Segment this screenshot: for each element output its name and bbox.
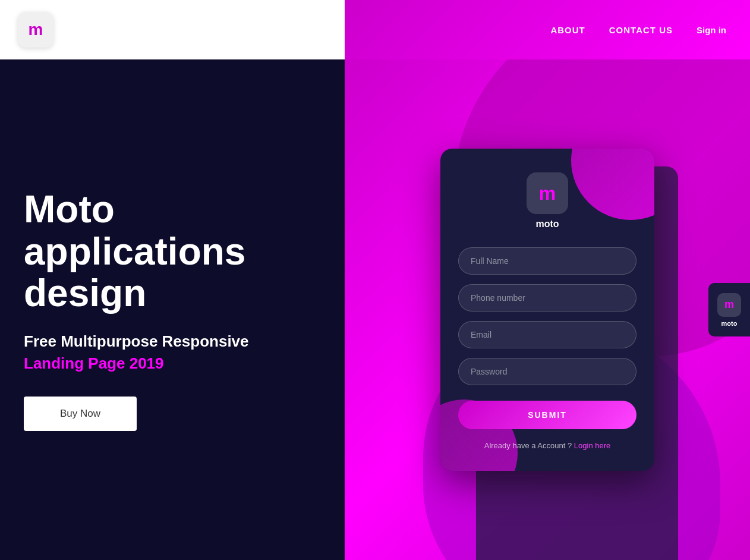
side-badge: m moto <box>708 283 750 336</box>
card-logo-area: m moto <box>458 172 636 229</box>
phone-input[interactable] <box>458 284 636 312</box>
main-content: Moto applications design Free Multipurpo… <box>0 59 750 560</box>
logo[interactable]: m <box>18 12 53 48</box>
password-input[interactable] <box>458 358 636 385</box>
hero-title-line1: Moto applications <box>24 188 245 272</box>
full-name-field <box>458 247 636 275</box>
logo-letter: m <box>29 20 43 39</box>
full-name-input[interactable] <box>458 247 636 275</box>
nav-signin[interactable]: Sign in <box>697 25 726 35</box>
side-badge-letter: m <box>724 298 734 311</box>
password-field <box>458 358 636 385</box>
header-left: m <box>0 0 345 59</box>
email-field <box>458 321 636 348</box>
header-right: ABOUT CONTACT US Sign in <box>345 0 750 59</box>
card-logo-text: moto <box>535 219 559 229</box>
hero-title-line2: design <box>24 272 146 314</box>
hero-section: Moto applications design Free Multipurpo… <box>0 59 345 560</box>
signup-form-card: m moto SUBMIT <box>440 149 654 471</box>
form-card-container: m moto SUBMIT <box>440 149 654 471</box>
hero-title: Moto applications design <box>24 188 321 314</box>
hero-subtitle-1: Free Multipurpose Responsive <box>24 332 321 351</box>
side-badge-box: m <box>717 293 741 317</box>
nav-contact[interactable]: CONTACT US <box>609 25 673 35</box>
hero-subtitle-2: Landing Page 2019 <box>24 354 321 373</box>
login-link-area: Already have a Account ? Login here <box>458 441 636 450</box>
login-text: Already have a Account ? <box>484 441 572 450</box>
email-input[interactable] <box>458 321 636 348</box>
hero-visual: m moto SUBMIT <box>345 59 750 560</box>
side-badge-text: moto <box>721 320 738 327</box>
nav-about[interactable]: ABOUT <box>550 25 585 35</box>
header: m ABOUT CONTACT US Sign in <box>0 0 750 59</box>
login-here-link[interactable]: Login here <box>574 441 610 450</box>
card-logo-letter: m <box>539 183 556 205</box>
card-logo-box: m <box>527 172 568 214</box>
buy-now-button[interactable]: Buy Now <box>24 397 137 431</box>
submit-button[interactable]: SUBMIT <box>458 401 636 429</box>
phone-field <box>458 284 636 312</box>
